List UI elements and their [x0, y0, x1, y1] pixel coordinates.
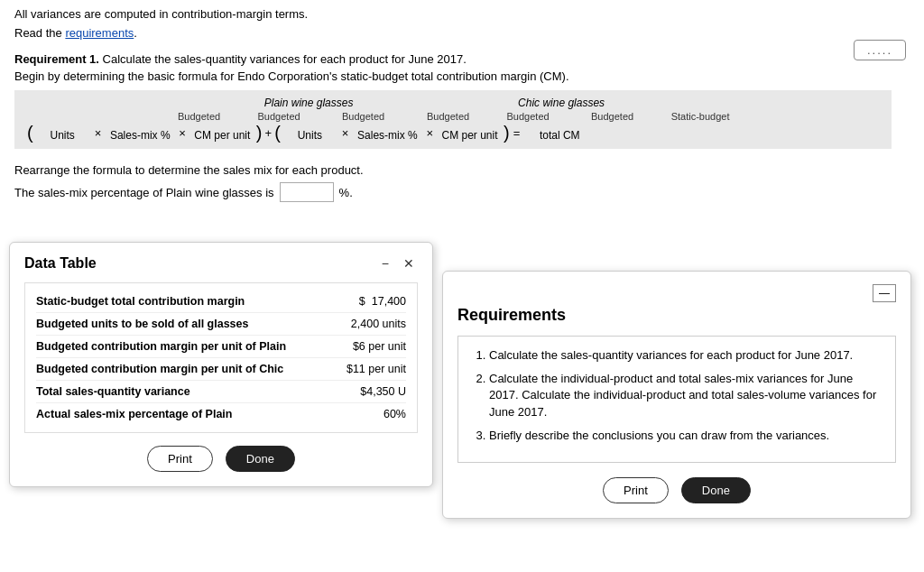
data-row-5: Actual sales-mix percentage of Plain 60%	[36, 403, 406, 425]
rearrange-text: Rearrange the formula to determine the s…	[14, 163, 910, 177]
col-static-budget: Static-budget	[664, 111, 736, 122]
close-paren-2: )	[504, 124, 510, 142]
val-cm-1: CM per unit	[189, 129, 256, 142]
requirements-modal-header: Requirements	[457, 306, 896, 325]
data-value-3: $11 per unit	[316, 363, 406, 375]
requirement-title: Requirement 1. Calculate the sales-quant…	[14, 52, 910, 66]
plain-header: Plain wine glasses	[209, 96, 408, 109]
read-period: .	[134, 26, 137, 40]
data-label-2: Budgeted contribution margin per unit of…	[36, 340, 316, 353]
sales-mix-input[interactable]	[280, 182, 334, 202]
val-cm-2: CM per unit	[436, 129, 504, 142]
data-label-4: Total sales-quantity variance	[36, 385, 316, 398]
val-units-1: Units	[33, 129, 92, 142]
requirements-list-box: Calculate the sales-quantity variances f…	[457, 336, 896, 463]
val-salesmix-2: Sales-mix %	[351, 129, 423, 142]
op-x-1: ×	[95, 126, 102, 142]
sales-mix-suffix: %.	[339, 186, 353, 199]
data-table-modal: Data Table − ✕ Static-budget total contr…	[9, 242, 433, 487]
read-requirements-line: Read the requirements.	[14, 26, 910, 40]
dotted-button[interactable]: .....	[854, 40, 906, 60]
data-table-inner: Static-budget total contribution margin …	[24, 282, 418, 433]
data-table-print-button[interactable]: Print	[147, 446, 213, 472]
sales-mix-label: The sales-mix percentage of Plain wine g…	[14, 186, 274, 199]
data-value-2: $6 per unit	[316, 340, 406, 353]
data-table-minimize-button[interactable]: −	[378, 256, 393, 271]
requirements-done-button[interactable]: Done	[681, 477, 751, 503]
val-total-cm: total CM	[523, 129, 596, 142]
data-table-title: Data Table	[24, 255, 97, 272]
close-paren-1: )	[256, 124, 263, 142]
data-label-3: Budgeted contribution margin per unit of…	[36, 363, 316, 375]
begin-text: Begin by determining the basic formula f…	[14, 69, 910, 83]
data-row-4: Total sales-quantity variance $4,350 U	[36, 381, 406, 403]
requirements-modal-top-controls: —	[457, 284, 896, 302]
data-label-5: Actual sales-mix percentage of Plain	[36, 408, 316, 420]
data-value-0: $ 17,400	[316, 295, 406, 308]
sales-mix-row: The sales-mix percentage of Plain wine g…	[14, 182, 910, 202]
requirements-list: Calculate the sales-quantity variances f…	[473, 347, 881, 444]
requirements-collapse-button[interactable]: —	[873, 284, 896, 302]
data-row-3: Budgeted contribution margin per unit of…	[36, 358, 406, 381]
formula-headers: Plain wine glasses Chic wine glasses	[23, 96, 882, 109]
read-text: Read the	[14, 26, 65, 40]
requirements-modal-footer: Print Done	[457, 477, 896, 503]
val-units-2: Units	[281, 129, 339, 142]
req-item-2: Calculate the individual-product and tot…	[489, 371, 881, 420]
col-budgeted-1: Budgeted	[170, 111, 228, 122]
open-paren-2: (	[274, 124, 281, 142]
data-row-2: Budgeted contribution margin per unit of…	[36, 336, 406, 358]
req-item-3: Briefly describe the conclusions you can…	[489, 428, 881, 444]
data-label-1: Budgeted units to be sold of all glasses	[36, 318, 316, 330]
req-item-1: Calculate the sales-quantity variances f…	[489, 347, 881, 364]
data-label-0: Static-budget total contribution margin	[36, 295, 316, 308]
plain-header-label: Plain wine glasses	[264, 97, 354, 109]
data-value-4: $4,350 U	[316, 385, 406, 398]
formula-col-labels: Budgeted Budgeted Budgeted Budgeted Budg…	[23, 111, 882, 122]
requirements-link[interactable]: requirements	[65, 26, 134, 40]
val-salesmix-1: Sales-mix %	[104, 129, 176, 142]
formula-table: Plain wine glasses Chic wine glasses Bud…	[14, 90, 892, 149]
col-cm-2: Budgeted	[578, 111, 646, 122]
note-text: All variances are computed in contributi…	[14, 7, 308, 21]
requirement-bold: Requirement 1.	[14, 52, 99, 66]
op-x-3: ×	[342, 126, 349, 142]
data-value-1: 2,400 units	[316, 318, 406, 330]
data-row-0: Static-budget total contribution margin …	[36, 291, 406, 313]
eq-sign: =	[513, 126, 521, 142]
col-cm-1: Budgeted	[329, 111, 397, 122]
requirements-modal: — Requirements Calculate the sales-quant…	[442, 271, 911, 519]
chic-header: Chic wine glasses	[426, 96, 697, 109]
requirements-modal-title: Requirements	[457, 306, 566, 325]
col-budgeted-2: Budgeted	[419, 111, 477, 122]
op-x-4: ×	[426, 126, 433, 142]
requirement-text: Calculate the sales-quantity variances f…	[99, 52, 467, 66]
data-table-modal-header: Data Table − ✕	[24, 255, 418, 272]
data-value-0a: $	[359, 295, 365, 308]
requirements-print-button[interactable]: Print	[603, 477, 669, 503]
top-note: All variances are computed in contributi…	[14, 7, 910, 21]
data-table-modal-footer: Print Done	[24, 446, 418, 472]
op-x-2: ×	[179, 126, 186, 142]
op-plus: +	[265, 126, 273, 142]
col-salesmix-1: Budgeted	[243, 111, 315, 122]
data-table-modal-controls: − ✕	[378, 256, 418, 271]
open-paren-1: (	[27, 124, 33, 142]
data-table-done-button[interactable]: Done	[226, 446, 295, 472]
data-row-1: Budgeted units to be sold of all glasses…	[36, 313, 406, 336]
data-value-0b: 17,400	[372, 295, 406, 308]
data-value-5: 60%	[316, 408, 406, 420]
col-salesmix-2: Budgeted	[492, 111, 564, 122]
formula-values-row: ( Units × Sales-mix % × CM per unit ) + …	[23, 124, 882, 142]
data-table-close-button[interactable]: ✕	[400, 256, 418, 271]
chic-header-label: Chic wine glasses	[518, 97, 605, 109]
main-content: All variances are computed in contributi…	[0, 0, 924, 217]
